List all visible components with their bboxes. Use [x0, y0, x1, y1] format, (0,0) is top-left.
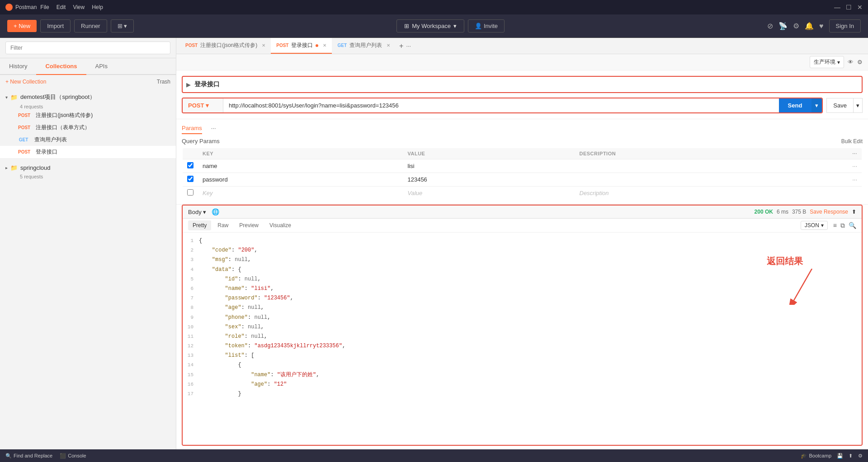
minimize-button[interactable]: — [834, 4, 840, 11]
line-14: 14 { [183, 360, 862, 370]
menu-view[interactable]: View [73, 4, 85, 10]
menu-file[interactable]: File [40, 4, 49, 10]
wrap-lines-icon[interactable]: ≡ [833, 222, 837, 229]
line-17: 17 } [183, 389, 862, 399]
console-button[interactable]: ⬛ Console [60, 453, 86, 459]
bulk-edit-button[interactable]: Bulk Edit [841, 138, 863, 145]
param-more-2 [848, 187, 862, 201]
sidebar-tab-collections[interactable]: Collections [36, 58, 86, 75]
param-key-1[interactable]: password [198, 173, 403, 187]
param-key-0[interactable]: name [198, 159, 403, 173]
format-tab-visualize[interactable]: Visualize [265, 220, 296, 230]
tab-close-2[interactable]: ✕ [387, 43, 390, 48]
gear-icon: ⚙ [858, 453, 863, 459]
workspace-button[interactable]: ⊞ My Workspace ▾ [396, 19, 464, 33]
sidebar-tab-apis[interactable]: APIs [86, 58, 117, 75]
param-checkbox-1[interactable] [187, 176, 193, 182]
param-desc-0[interactable] [575, 159, 848, 173]
tab-close-1[interactable]: ✕ [323, 43, 326, 48]
format-tab-preview[interactable]: Preview [235, 220, 263, 230]
request-item-2[interactable]: GET 查询用户列表 [0, 134, 176, 146]
param-checkbox-0[interactable] [187, 162, 193, 168]
tab-2[interactable]: GET 查询用户列表 ✕ [332, 38, 396, 54]
request-builder: ▶ 登录接口 POST ▾ Send ▾ [176, 70, 868, 119]
import-button[interactable]: Import [40, 19, 71, 33]
collection-header-2[interactable]: ▸ 📁 springcloud [0, 162, 176, 174]
param-key-2[interactable]: Key [198, 187, 403, 201]
env-settings-icon[interactable]: ⚙ [857, 59, 863, 65]
collection-count-1: 4 requests [0, 104, 176, 109]
bootcamp-label: Bootcamp [809, 453, 831, 458]
new-tab-button[interactable]: ⊞ ▾ [111, 19, 134, 33]
close-button[interactable]: ✕ [857, 4, 863, 11]
tab-1[interactable]: POST 登录接口 ✕ [271, 38, 332, 54]
bootcamp-button[interactable]: 🎓 Bootcamp [801, 453, 831, 459]
line-5: 5 "id": null, [183, 275, 862, 284]
new-collection-button[interactable]: + New Collection [5, 79, 46, 85]
bell-icon[interactable]: 🔔 [805, 22, 814, 30]
send-dropdown-button[interactable]: ▾ [811, 98, 822, 112]
invite-button[interactable]: 👤 Invite [468, 19, 505, 33]
param-desc-2[interactable]: Description [575, 187, 848, 201]
line-content-4: "data": { [199, 266, 862, 274]
environment-selector[interactable]: 生产环境 ▾ [810, 56, 844, 68]
trash-button[interactable]: Trash [157, 79, 170, 85]
chevron-down-icon: ▾ [453, 23, 457, 29]
copy-icon[interactable]: ⧉ [840, 222, 845, 229]
format-type-selector[interactable]: JSON ▾ [801, 221, 828, 230]
send-button[interactable]: Send [779, 98, 811, 112]
settings-icon[interactable]: ⚙ [793, 22, 799, 30]
menu-edit[interactable]: Edit [57, 4, 66, 10]
tab-0[interactable]: POST 注册接口(json格式传参) ✕ [180, 38, 271, 54]
param-value-2[interactable]: Value [403, 187, 575, 201]
params-tab-query[interactable]: Params [182, 123, 202, 134]
search-icon[interactable]: 🔍 [849, 222, 856, 229]
more-tabs-button[interactable]: ··· [406, 42, 411, 49]
param-value-1[interactable]: 123456 [403, 173, 575, 187]
method-selector[interactable]: POST ▾ [183, 98, 223, 112]
sync-off-icon[interactable]: ⊘ [767, 22, 773, 30]
save-response-button[interactable]: Save Response [810, 209, 848, 215]
sidebar-tab-history[interactable]: History [0, 58, 36, 75]
expand-icon[interactable]: ⬆ [852, 209, 856, 215]
param-more-0[interactable]: ··· [848, 159, 862, 173]
satellite-icon[interactable]: 📡 [778, 22, 788, 30]
format-tab-raw[interactable]: Raw [213, 220, 233, 230]
add-tab-button[interactable]: + [399, 42, 403, 50]
tab-close-0[interactable]: ✕ [262, 43, 265, 48]
request-item-3[interactable]: POST 登录接口 [0, 146, 176, 158]
param-value-0[interactable]: lisi [403, 159, 575, 173]
param-more-1[interactable]: ··· [848, 173, 862, 187]
new-button[interactable]: + New [7, 20, 37, 32]
search-input[interactable] [5, 42, 170, 54]
save-dropdown-button[interactable]: ▾ [854, 98, 863, 113]
share-icon-button[interactable]: ⬆ [849, 453, 853, 459]
menu-help[interactable]: Help [92, 4, 103, 10]
sign-in-button[interactable]: Sign In [829, 19, 861, 33]
collapse-button[interactable]: ▶ [186, 81, 191, 88]
request-item-0[interactable]: POST 注册接口(json格式传参) [0, 109, 176, 121]
maximize-button[interactable]: ☐ [846, 4, 852, 11]
param-desc-1[interactable] [575, 173, 848, 187]
eye-icon[interactable]: 👁 [848, 59, 854, 65]
tab-dirty-dot-1 [316, 44, 318, 47]
format-tab-pretty[interactable]: Pretty [188, 220, 211, 230]
collection-header-1[interactable]: ▾ 📁 demotest项目（springboot） [0, 90, 176, 104]
sidebar-tabs: History Collections APIs [0, 58, 176, 75]
settings-icon-button[interactable]: ⚙ [858, 453, 863, 459]
params-more-button[interactable]: ··· [208, 123, 220, 134]
workspace-center: ⊞ My Workspace ▾ 👤 Invite [137, 19, 764, 33]
status-time: 6 ms [777, 209, 788, 215]
heart-icon[interactable]: ♥ [819, 22, 824, 30]
annotation-label: 返回结果 [767, 255, 803, 267]
find-replace-button[interactable]: 🔍 Find and Replace [5, 453, 52, 459]
response-body-tab[interactable]: Body ▾ [188, 209, 206, 215]
url-input[interactable] [223, 98, 779, 112]
param-checkbox-2[interactable] [187, 189, 193, 196]
save-button[interactable]: Save [826, 98, 854, 113]
grid-icon: ⊞ [404, 23, 409, 29]
request-item-1[interactable]: POST 注册接口（表单方式） [0, 121, 176, 134]
save-icon-button[interactable]: 💾 [837, 453, 843, 459]
runner-button[interactable]: Runner [74, 19, 107, 33]
query-params-label: Query Params [182, 138, 220, 145]
